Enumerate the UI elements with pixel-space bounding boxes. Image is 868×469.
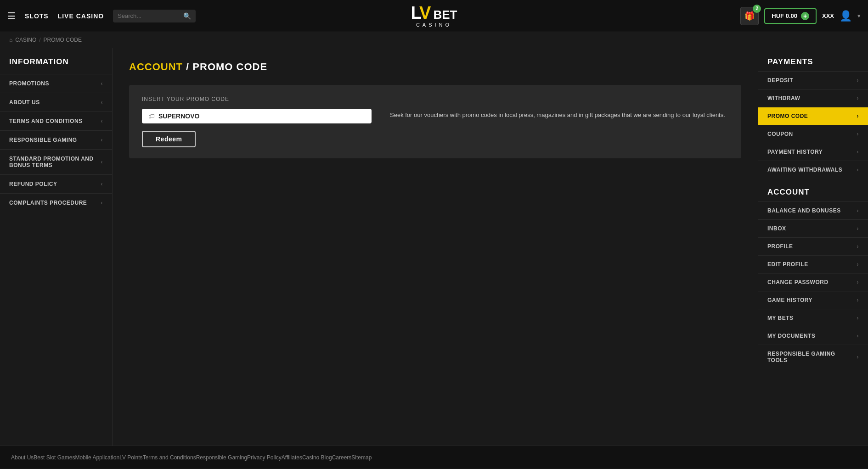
sidebar-chevron-icon: ‹: [101, 80, 103, 87]
sidebar-chevron-icon: ‹: [101, 181, 103, 187]
right-item-payment-history[interactable]: PAYMENT HISTORY›: [758, 143, 868, 161]
right-item-label: MY DOCUMENTS: [767, 333, 815, 339]
sidebar-item-refund-policy[interactable]: REFUND POLICY‹: [0, 174, 112, 193]
right-item-withdraw[interactable]: WITHDRAW›: [758, 89, 868, 107]
balance-button[interactable]: HUF 0.00 +: [764, 8, 817, 24]
right-item-label: CHANGE PASSWORD: [767, 279, 829, 285]
promo-label: INSERT YOUR PROMO CODE: [142, 96, 728, 102]
username-label[interactable]: XXX: [822, 12, 834, 19]
footer-link-affiliates[interactable]: Affiliates: [282, 454, 302, 461]
sidebar-item-about-us[interactable]: ABOUT US‹: [0, 93, 112, 112]
right-item-profile[interactable]: PROFILE›: [758, 237, 868, 255]
right-item-label: AWAITING WITHDRAWALS: [767, 167, 842, 173]
user-icon[interactable]: 👤: [840, 10, 852, 22]
footer-link-privacy-policy[interactable]: Privacy Policy: [247, 454, 282, 461]
sidebar-item-complaints-procedure[interactable]: COMPLAINTS PROCEDURE‹: [0, 193, 112, 212]
sidebar-item-promotions[interactable]: PROMOTIONS‹: [0, 74, 112, 93]
right-item-label: WITHDRAW: [767, 95, 800, 101]
sidebar-chevron-icon: ‹: [101, 137, 103, 143]
right-chevron-icon: ›: [857, 225, 859, 232]
right-item-label: GAME HISTORY: [767, 297, 812, 303]
right-chevron-icon: ›: [857, 333, 859, 339]
sidebar-chevron-icon: ‹: [101, 99, 103, 106]
right-chevron-icon: ›: [857, 113, 859, 119]
sidebar-item-label: STANDARD PROMOTION AND BONUS TERMS: [9, 156, 101, 168]
promo-code-input[interactable]: [158, 112, 365, 120]
sidebar-item-standard-promotion-and-bonus-terms[interactable]: STANDARD PROMOTION AND BONUS TERMS‹: [0, 149, 112, 174]
right-item-label: PAYMENT HISTORY: [767, 149, 823, 155]
header-right: 🎁 2 HUF 0.00 + XXX 👤 ▾: [740, 7, 861, 25]
home-icon: ⌂: [9, 37, 12, 43]
right-item-game-history[interactable]: GAME HISTORY›: [758, 291, 868, 309]
right-chevron-icon: ›: [857, 315, 859, 321]
footer-link-careers[interactable]: Careers: [332, 454, 352, 461]
logo[interactable]: LV BET CASINO: [411, 4, 457, 28]
promo-tag-icon: 🏷: [148, 112, 155, 120]
footer-link-mobile-application[interactable]: Mobile Application: [75, 454, 119, 461]
footer: About UsBest Slot GamesMobile Applicatio…: [0, 446, 868, 469]
right-chevron-icon: ›: [857, 261, 859, 268]
right-item-inbox[interactable]: INBOX›: [758, 219, 868, 237]
sidebar-item-responsible-gaming[interactable]: RESPONSIBLE GAMING‹: [0, 130, 112, 149]
right-item-label: BALANCE AND BONUSES: [767, 207, 841, 214]
right-item-awaiting-withdrawals[interactable]: AWAITING WITHDRAWALS›: [758, 161, 868, 179]
gift-button[interactable]: 🎁 2: [740, 7, 759, 25]
breadcrumb-casino[interactable]: CASINO: [15, 37, 36, 43]
account-title: ACCOUNT: [758, 188, 868, 201]
footer-link-best-slot-games[interactable]: Best Slot Games: [34, 454, 75, 461]
promo-input-section: 🏷 Redeem: [142, 109, 372, 147]
right-item-balance-and-bonuses[interactable]: BALANCE AND BONUSES›: [758, 201, 868, 219]
breadcrumb-sep: /: [39, 37, 40, 43]
account-section: ACCOUNT BALANCE AND BONUSES›INBOX›PROFIL…: [758, 188, 868, 369]
right-chevron-icon: ›: [857, 167, 859, 173]
right-item-my-bets[interactable]: MY BETS›: [758, 309, 868, 327]
right-item-my-documents[interactable]: MY DOCUMENTS›: [758, 327, 868, 345]
right-chevron-icon: ›: [857, 354, 859, 360]
right-item-label: MY BETS: [767, 315, 794, 321]
sidebar-item-label: REFUND POLICY: [9, 181, 57, 187]
footer-link-terms-and-conditions[interactable]: Terms and Conditions: [143, 454, 196, 461]
sidebar-item-label: COMPLAINTS PROCEDURE: [9, 200, 87, 206]
logo-lvbet: LV BET: [411, 4, 457, 22]
balance-amount: HUF 0.00: [772, 12, 797, 19]
footer-link-sitemap[interactable]: Sitemap: [351, 454, 372, 461]
right-item-deposit[interactable]: DEPOSIT›: [758, 71, 868, 89]
sidebar-item-label: ABOUT US: [9, 99, 40, 106]
right-item-responsible-gaming-tools[interactable]: RESPONSIBLE GAMING TOOLS›: [758, 345, 868, 369]
page-title-account: ACCOUNT: [129, 61, 183, 73]
nav-live-casino[interactable]: LIVE CASINO: [58, 12, 104, 20]
sidebar-item-terms-and-conditions[interactable]: TERMS AND CONDITIONS‹: [0, 112, 112, 130]
sidebar-item-label: RESPONSIBLE GAMING: [9, 137, 77, 143]
right-item-label: RESPONSIBLE GAMING TOOLS: [767, 351, 857, 363]
hamburger-button[interactable]: ☰: [7, 11, 16, 22]
search-input[interactable]: [118, 12, 180, 19]
right-item-label: PROMO CODE: [767, 113, 808, 119]
nav-slots[interactable]: SLOTS: [25, 12, 49, 20]
footer-link-lv-points[interactable]: LV Points: [119, 454, 142, 461]
footer-link-casino-blog[interactable]: Casino Blog: [302, 454, 332, 461]
promo-inner: 🏷 Redeem Seek for our vouchers with prom…: [142, 109, 728, 147]
page-title-promo: PROMO CODE: [192, 61, 267, 73]
right-item-change-password[interactable]: CHANGE PASSWORD›: [758, 273, 868, 291]
center-content: ACCOUNT / PROMO CODE INSERT YOUR PROMO C…: [113, 48, 758, 446]
user-chevron-icon[interactable]: ▾: [857, 12, 861, 19]
promo-card: INSERT YOUR PROMO CODE 🏷 Redeem Seek for…: [129, 85, 741, 158]
promo-description: Seek for our vouchers with promo codes i…: [390, 109, 728, 120]
search-box: 🔍: [113, 10, 196, 22]
right-chevron-icon: ›: [857, 279, 859, 285]
logo-casino-text: CASINO: [416, 22, 452, 28]
right-chevron-icon: ›: [857, 297, 859, 303]
footer-link-responsible-gaming[interactable]: Responsible Gaming: [196, 454, 247, 461]
left-sidebar: INFORMATION PROMOTIONS‹ABOUT US‹TERMS AN…: [0, 48, 113, 446]
right-chevron-icon: ›: [857, 149, 859, 155]
page-title: ACCOUNT / PROMO CODE: [129, 61, 741, 73]
footer-link-about-us[interactable]: About Us: [11, 454, 34, 461]
breadcrumb: ⌂ CASINO / PROMO CODE: [0, 32, 868, 48]
redeem-button[interactable]: Redeem: [142, 131, 196, 147]
right-chevron-icon: ›: [857, 77, 859, 84]
right-item-coupon[interactable]: COUPON›: [758, 125, 868, 143]
right-item-label: COUPON: [767, 131, 793, 137]
payments-title: PAYMENTS: [758, 57, 868, 71]
right-item-edit-profile[interactable]: EDIT PROFILE›: [758, 255, 868, 273]
right-item-promo-code[interactable]: PROMO CODE›: [758, 107, 868, 125]
